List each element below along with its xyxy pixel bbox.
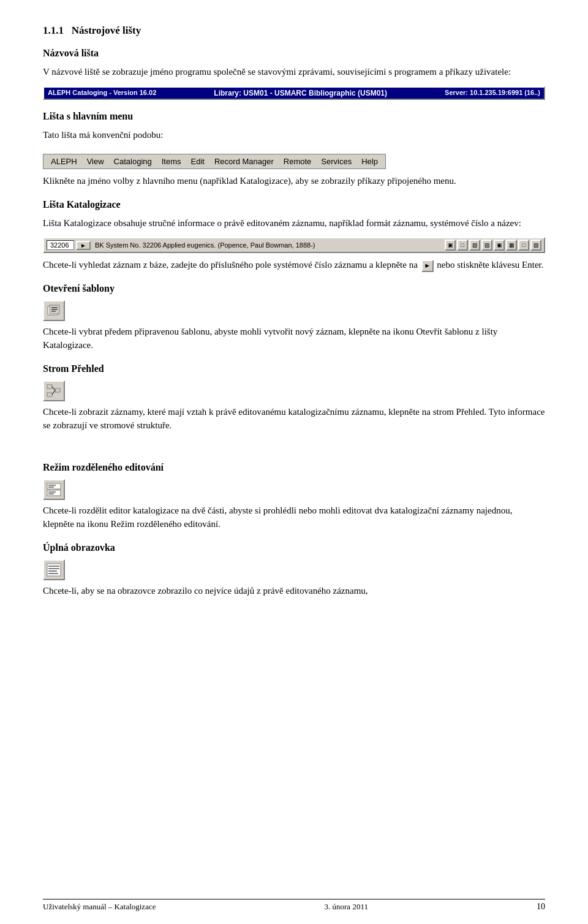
split-edit-icon[interactable] xyxy=(43,479,65,500)
menu-item-recordmanager[interactable]: Record Manager xyxy=(209,156,279,167)
titlebar-middle: Library: USM01 - USMARC Bibliographic (U… xyxy=(214,89,387,97)
split-svg-icon xyxy=(47,483,61,496)
subsection-title-7: Úplná obrazovka xyxy=(43,542,545,553)
fullscreen-icon-row xyxy=(43,559,545,580)
subsection3-note: Chcete-li vyhledat záznam z báze, zadejt… xyxy=(43,258,545,272)
svg-line-9 xyxy=(52,390,55,395)
footer-left: Uživatelský manuál – Katalogizace xyxy=(43,902,156,912)
subsection4-body: Chcete-li vybrat předem připravenou šabl… xyxy=(43,325,545,352)
subsection2-body: Tato lišta má konvenční podobu: xyxy=(43,128,545,142)
menu-item-aleph[interactable]: ALEPH xyxy=(46,156,82,167)
split-icon-row xyxy=(43,479,545,500)
subsection7-body: Chcete-li, aby se na obrazovce zobrazilo… xyxy=(43,584,545,598)
rec-icon-1[interactable]: ▣ xyxy=(445,240,456,251)
record-icons: ▣ □ ▧ ▨ ▣ ▦ □ ▧ xyxy=(445,240,541,251)
record-info-bar: 32206 ► BK System No. 32206 Applied euge… xyxy=(43,237,545,253)
goto-arrow-button[interactable]: ► xyxy=(421,260,434,272)
menu-item-services[interactable]: Services xyxy=(316,156,356,167)
titlebar-right: Server: 10.1.235.19:6991 (16..) xyxy=(445,89,540,97)
menu-item-remote[interactable]: Remote xyxy=(279,156,317,167)
rec-icon-2[interactable]: □ xyxy=(457,240,468,251)
svg-rect-7 xyxy=(55,388,60,392)
fullscreen-icon[interactable] xyxy=(43,559,65,580)
titlebar-row: ALEPH Cataloging - Version 16.02 Library… xyxy=(44,88,544,99)
menu-item-edit[interactable]: Edit xyxy=(186,156,209,167)
svg-rect-5 xyxy=(47,385,52,388)
tree-icon-row xyxy=(43,381,545,401)
sysnum-field: 32206 xyxy=(47,240,74,250)
rec-icon-8[interactable]: ▧ xyxy=(530,240,541,251)
open-template-icon-row xyxy=(43,300,545,321)
svg-rect-11 xyxy=(47,490,61,496)
rec-icon-3[interactable]: ▧ xyxy=(469,240,480,251)
subsection-title-6: Režim rozděleného editování xyxy=(43,462,545,473)
template-svg-icon xyxy=(47,305,61,317)
rec-icon-5[interactable]: ▣ xyxy=(494,240,505,251)
aleph-titlebar: ALEPH Cataloging - Version 16.02 Library… xyxy=(43,86,545,100)
rec-icon-6[interactable]: ▦ xyxy=(506,240,517,251)
subsection2-note: Klikněte na jméno volby z hlavního menu … xyxy=(43,174,545,188)
page-number: 10 xyxy=(537,902,545,912)
arrow-button[interactable]: ► xyxy=(76,241,91,250)
svg-rect-10 xyxy=(47,483,61,489)
svg-line-8 xyxy=(52,387,55,390)
menu-item-items[interactable]: Items xyxy=(157,156,186,167)
subsection-title-2: Lišta s hlavním menu xyxy=(43,111,545,122)
svg-rect-16 xyxy=(47,564,61,576)
subsection6-body: Chcete-li rozdělit editor katalogizace n… xyxy=(43,504,545,531)
open-template-icon[interactable] xyxy=(43,300,65,321)
menu-item-cataloging[interactable]: Cataloging xyxy=(109,156,157,167)
spacer xyxy=(43,440,545,451)
main-menu-bar[interactable]: ALEPH View Cataloging Items Edit Record … xyxy=(43,154,386,169)
subsection3-intro: Lišta Katalogizace obsahuje stručné info… xyxy=(43,216,545,230)
record-description: BK System No. 32206 Applied eugenics. (P… xyxy=(92,241,443,249)
page-footer: Uživatelský manuál – Katalogizace 3. úno… xyxy=(43,899,545,912)
rec-icon-4[interactable]: ▨ xyxy=(481,240,492,251)
titlebar-left: ALEPH Cataloging - Version 16.02 xyxy=(48,89,156,97)
fullscreen-svg-icon xyxy=(47,563,61,577)
subsection-title-3: Lišta Katalogizace xyxy=(43,199,545,210)
subsection5-body: Chcete-li zobrazit záznamy, které mají v… xyxy=(43,405,545,433)
subsection-title-5: Strom Přehled xyxy=(43,363,545,374)
tree-overview-icon[interactable] xyxy=(43,381,65,401)
subsection-title-4: Otevření šablony xyxy=(43,283,545,294)
tree-svg-icon xyxy=(47,384,61,398)
svg-rect-6 xyxy=(47,393,52,396)
section-heading: 1.1.1 Nástrojové lišty xyxy=(43,25,545,37)
menu-item-help[interactable]: Help xyxy=(356,156,383,167)
rec-icon-7[interactable]: □ xyxy=(518,240,529,251)
footer-center: 3. února 2011 xyxy=(325,902,368,912)
subsection-title-1: Názvová lišta xyxy=(43,48,545,59)
subsection1-body: V názvové liště se zobrazuje jméno progr… xyxy=(43,65,545,79)
menu-item-view[interactable]: View xyxy=(82,156,109,167)
